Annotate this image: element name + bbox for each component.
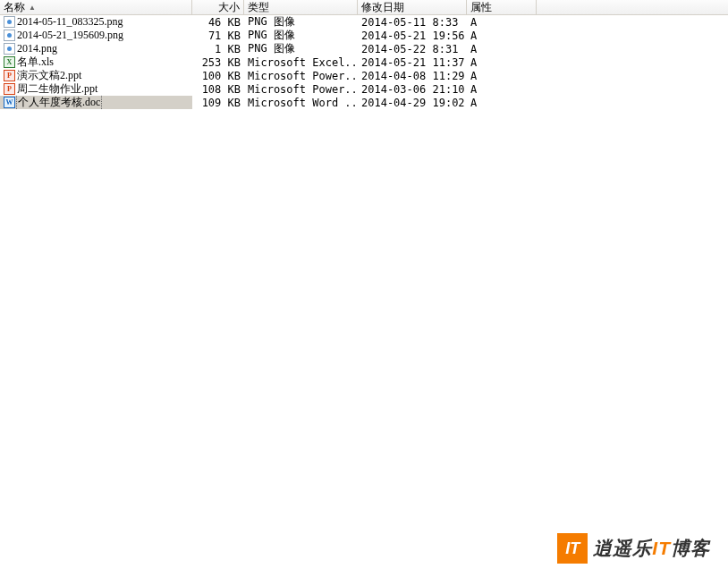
watermark-text: 逍遥乐IT博客 <box>593 536 710 561</box>
file-name-text: 演示文稿2.ppt <box>17 69 81 82</box>
file-name-text: 2014.png <box>17 42 57 55</box>
file-cell-size: 1 KB <box>192 42 244 55</box>
file-list-view: 名称 ▲ 大小 类型 修改日期 属性 2014-05-11_083325.png… <box>0 0 728 109</box>
png-file-icon <box>4 30 15 41</box>
file-row[interactable]: 2014-05-21_195609.png71 KBPNG 图像2014-05-… <box>0 29 728 42</box>
file-cell-size: 108 KB <box>192 82 244 96</box>
file-cell-date: 2014-04-08 11:29 <box>358 69 467 82</box>
file-name-text: 个人年度考核.doc <box>16 96 102 109</box>
file-cell-date: 2014-05-11 8:33 <box>358 15 467 29</box>
file-cell-name: 名单.xls <box>0 55 192 69</box>
file-cell-type: PNG 图像 <box>244 29 358 42</box>
file-cell-name: 周二生物作业.ppt <box>0 82 192 96</box>
png-file-icon <box>4 43 15 55</box>
column-header-name-label: 名称 <box>4 0 25 14</box>
column-header-size[interactable]: 大小 <box>192 0 244 14</box>
file-row[interactable]: 名单.xls253 KBMicrosoft Excel...2014-05-21… <box>0 55 728 69</box>
file-name-text: 2014-05-11_083325.png <box>17 15 123 29</box>
file-cell-attr: A <box>467 29 537 42</box>
watermark-text-1: 逍遥乐 <box>593 538 652 558</box>
file-cell-date: 2014-05-22 8:31 <box>358 42 467 55</box>
watermark-logo-box: IT <box>557 533 588 564</box>
file-row[interactable]: 个人年度考核.doc109 KBMicrosoft Word ...2014-0… <box>0 96 728 109</box>
file-cell-type: Microsoft Word ... <box>244 96 358 109</box>
file-cell-attr: A <box>467 15 537 29</box>
file-cell-type: PNG 图像 <box>244 42 358 55</box>
file-cell-type: Microsoft Power... <box>244 69 358 82</box>
column-header-attr[interactable]: 属性 <box>467 0 537 14</box>
file-cell-name: 2014-05-21_195609.png <box>0 29 192 42</box>
file-cell-type: Microsoft Excel... <box>244 55 358 69</box>
watermark-text-3: 博客 <box>671 538 710 558</box>
column-header-type-label: 类型 <box>248 0 269 14</box>
sort-ascending-icon: ▲ <box>29 4 36 12</box>
file-cell-size: 46 KB <box>192 15 244 29</box>
file-cell-size: 100 KB <box>192 69 244 82</box>
file-row[interactable]: 演示文稿2.ppt100 KBMicrosoft Power...2014-04… <box>0 69 728 82</box>
column-header-date-label: 修改日期 <box>361 0 404 14</box>
file-cell-attr: A <box>467 96 537 109</box>
file-cell-name: 2014.png <box>0 42 192 55</box>
file-cell-attr: A <box>467 69 537 82</box>
file-cell-size: 71 KB <box>192 29 244 42</box>
column-header-size-label: 大小 <box>218 0 240 14</box>
file-rows-container: 2014-05-11_083325.png46 KBPNG 图像2014-05-… <box>0 15 728 109</box>
file-cell-name: 2014-05-11_083325.png <box>0 15 192 29</box>
column-header-type[interactable]: 类型 <box>244 0 358 14</box>
xls-file-icon <box>4 56 15 68</box>
watermark-text-2: IT <box>652 538 671 558</box>
file-cell-size: 109 KB <box>192 96 244 109</box>
file-name-text: 周二生物作业.ppt <box>17 82 97 96</box>
file-row[interactable]: 2014.png1 KBPNG 图像2014-05-22 8:31A <box>0 42 728 55</box>
column-header-attr-label: 属性 <box>470 0 492 14</box>
file-cell-name: 演示文稿2.ppt <box>0 69 192 82</box>
column-header-name[interactable]: 名称 ▲ <box>0 0 192 14</box>
file-cell-type: Microsoft Power... <box>244 82 358 96</box>
file-cell-size: 253 KB <box>192 55 244 69</box>
column-header-date[interactable]: 修改日期 <box>358 0 467 14</box>
file-cell-attr: A <box>467 55 537 69</box>
file-cell-type: PNG 图像 <box>244 15 358 29</box>
ppt-file-icon <box>4 70 15 81</box>
file-cell-date: 2014-05-21 11:37 <box>358 55 467 69</box>
file-cell-date: 2014-05-21 19:56 <box>358 29 467 42</box>
png-file-icon <box>4 16 15 28</box>
file-name-text: 名单.xls <box>17 55 54 69</box>
doc-file-icon <box>4 97 15 108</box>
file-cell-date: 2014-04-29 19:02 <box>358 96 467 109</box>
file-row[interactable]: 周二生物作业.ppt108 KBMicrosoft Power...2014-0… <box>0 82 728 96</box>
column-header-row: 名称 ▲ 大小 类型 修改日期 属性 <box>0 0 728 15</box>
file-cell-name: 个人年度考核.doc <box>0 96 192 109</box>
file-cell-date: 2014-03-06 21:10 <box>358 82 467 96</box>
file-name-text: 2014-05-21_195609.png <box>17 29 123 42</box>
file-cell-attr: A <box>467 82 537 96</box>
file-row[interactable]: 2014-05-11_083325.png46 KBPNG 图像2014-05-… <box>0 15 728 29</box>
file-cell-attr: A <box>467 42 537 55</box>
ppt-file-icon <box>4 83 15 95</box>
watermark: IT 逍遥乐IT博客 <box>557 533 710 564</box>
